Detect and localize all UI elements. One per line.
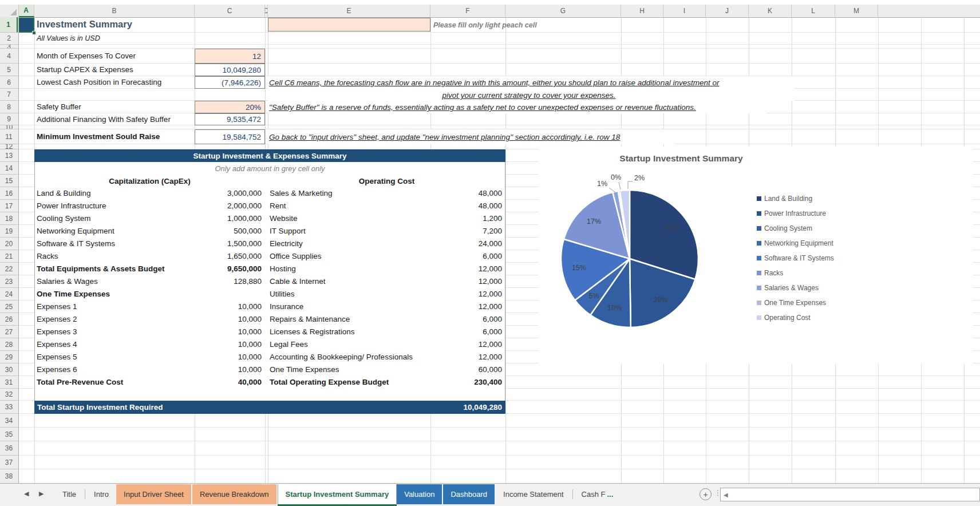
prev-sheet-icon[interactable]: ◀ xyxy=(24,484,29,504)
capex-row-value[interactable]: 1,000,000 xyxy=(195,214,262,223)
column-header-j[interactable]: J xyxy=(706,5,749,17)
row-header-31[interactable]: 31 xyxy=(0,376,18,389)
row-header-28[interactable]: 28 xyxy=(0,338,18,351)
row-headers[interactable]: 1234567891011121314151617181920212223242… xyxy=(0,17,19,484)
selection-handle[interactable] xyxy=(32,31,36,35)
row-header-17[interactable]: 17 xyxy=(0,200,18,212)
column-header-k[interactable]: K xyxy=(749,5,792,17)
column-header-e[interactable]: E xyxy=(268,5,430,17)
row-header-15[interactable]: 15 xyxy=(0,175,18,187)
row-header-25[interactable]: 25 xyxy=(0,301,18,313)
peach-input-cell[interactable] xyxy=(268,18,430,31)
opex-row-value[interactable]: 1,200 xyxy=(401,214,502,223)
sheet-tab-income-statement[interactable]: Income Statement xyxy=(496,484,571,504)
row-header-3[interactable]: 3 xyxy=(0,45,18,49)
sheet-tab-revenue-breakdown[interactable]: Revenue Breakdown xyxy=(192,484,276,504)
legend-item[interactable]: Networking Equipment xyxy=(757,239,833,247)
add-sheet-icon[interactable]: + xyxy=(700,488,712,500)
column-header-f[interactable]: F xyxy=(430,5,505,17)
row-header-9[interactable]: 9 xyxy=(0,113,18,125)
column-header-l[interactable]: L xyxy=(792,5,835,17)
row-header-19[interactable]: 19 xyxy=(0,225,18,238)
column-header-i[interactable]: I xyxy=(663,5,706,17)
opex-row-value[interactable]: 60,000 xyxy=(401,365,502,374)
column-header-a[interactable]: A xyxy=(18,5,34,17)
row-header-32[interactable]: 32 xyxy=(0,389,18,401)
row-header-13[interactable]: 13 xyxy=(0,149,18,162)
row-header-8[interactable]: 8 xyxy=(0,101,18,113)
opex-row-value[interactable]: 12,000 xyxy=(401,277,502,286)
row-header-36[interactable]: 36 xyxy=(0,441,18,456)
opex-row-value[interactable]: 12,000 xyxy=(401,290,502,298)
capex-row-value[interactable]: 10,000 xyxy=(195,302,262,311)
sheet-tab-cash-f[interactable]: Cash F ... xyxy=(574,484,621,504)
summary-value-cell[interactable]: 9,535,472 xyxy=(195,113,265,125)
row-header-29[interactable]: 29 xyxy=(0,351,18,363)
capex-row-value[interactable]: 10,000 xyxy=(195,365,262,374)
column-header-m[interactable]: M xyxy=(835,5,878,17)
row-header-30[interactable]: 30 xyxy=(0,363,18,376)
capex-row-value[interactable]: 10,000 xyxy=(195,315,262,323)
row-header-34[interactable]: 34 xyxy=(0,414,18,428)
row-header-35[interactable]: 35 xyxy=(0,428,18,441)
capex-row-value[interactable]: 1,650,000 xyxy=(195,252,262,260)
capex-row-value[interactable]: 10,000 xyxy=(195,353,262,361)
legend-item[interactable]: Power Infrastructure xyxy=(757,209,826,218)
opex-row-value[interactable]: 12,000 xyxy=(401,340,502,349)
opex-row-value[interactable]: 12,000 xyxy=(401,302,502,311)
row-header-37[interactable]: 37 xyxy=(0,456,18,469)
sheet-tab-dashboard[interactable]: Dashboard xyxy=(443,484,495,504)
row-header-5[interactable]: 5 xyxy=(0,64,18,76)
row-header-18[interactable]: 18 xyxy=(0,212,18,225)
capex-row-value[interactable]: 40,000 xyxy=(195,378,262,386)
opex-row-value[interactable]: 24,000 xyxy=(401,239,502,248)
horizontal-scrollbar[interactable]: ◀ xyxy=(720,488,980,501)
legend-item[interactable]: One Time Expenses xyxy=(757,299,826,307)
sheet-tab-title[interactable]: Title xyxy=(55,484,84,504)
row-header-14[interactable]: 14 xyxy=(0,162,18,175)
row-header-21[interactable]: 21 xyxy=(0,250,18,263)
row-header-4[interactable]: 4 xyxy=(0,49,18,64)
sheet-tab-startup-investment-summary[interactable]: Startup Investment Summary xyxy=(278,484,397,504)
legend-item[interactable]: Cooling System xyxy=(757,224,812,232)
sheet-tab-input-driver-sheet[interactable]: Input Driver Sheet xyxy=(116,484,191,504)
opex-row-value[interactable]: 48,000 xyxy=(401,189,502,197)
capex-row-value[interactable]: 2,000,000 xyxy=(195,201,262,210)
legend-item[interactable]: Land & Building xyxy=(757,195,812,203)
capex-row-value[interactable]: 3,000,000 xyxy=(195,189,262,197)
row-header-6[interactable]: 6 xyxy=(0,76,18,89)
opex-row-value[interactable]: 6,000 xyxy=(401,252,502,260)
selected-cell-a1[interactable] xyxy=(18,17,34,33)
row-header-12[interactable]: 12 xyxy=(0,144,18,149)
capex-row-value[interactable]: 1,500,000 xyxy=(195,239,262,248)
column-header-h[interactable]: H xyxy=(621,5,663,17)
opex-row-value[interactable]: 12,000 xyxy=(401,264,502,273)
column-header-b[interactable]: B xyxy=(34,5,195,17)
summary-value-cell[interactable]: 10,049,280 xyxy=(195,64,265,76)
row-header-16[interactable]: 16 xyxy=(0,187,18,200)
row-header-2[interactable]: 2 xyxy=(0,33,18,45)
sheet-tab-intro[interactable]: Intro xyxy=(86,484,116,504)
opex-row-value[interactable]: 48,000 xyxy=(401,201,502,210)
summary-value-cell[interactable]: 20% xyxy=(195,101,265,113)
legend-item[interactable]: Operating Cost xyxy=(757,314,811,322)
next-sheet-icon[interactable]: ▶ xyxy=(39,484,44,504)
capex-row-value[interactable]: 10,000 xyxy=(195,327,262,336)
scroll-left-icon[interactable]: ◀ xyxy=(724,492,728,498)
opex-row-value[interactable]: 230,400 xyxy=(401,378,502,386)
capex-row-value[interactable]: 500,000 xyxy=(195,227,262,235)
sheet-tab-valuation[interactable]: Valuation xyxy=(397,484,442,504)
row-header-22[interactable]: 22 xyxy=(0,263,18,275)
column-header-c[interactable]: C xyxy=(195,5,265,17)
row-header-27[interactable]: 27 xyxy=(0,326,18,338)
opex-row-value[interactable]: 7,200 xyxy=(401,227,502,235)
row-header-24[interactable]: 24 xyxy=(0,288,18,301)
summary-value-cell[interactable]: 12 xyxy=(195,49,265,64)
row-header-26[interactable]: 26 xyxy=(0,313,18,326)
select-all-corner[interactable] xyxy=(0,5,19,17)
pie-chart[interactable]: Startup Investment Summary 30%20%10%5%15… xyxy=(538,147,973,364)
legend-item[interactable]: Salaries & Wages xyxy=(757,284,819,292)
row-header-10[interactable]: 10 xyxy=(0,125,18,129)
column-header-g[interactable]: G xyxy=(505,5,621,17)
opex-row-value[interactable]: 6,000 xyxy=(401,315,502,323)
